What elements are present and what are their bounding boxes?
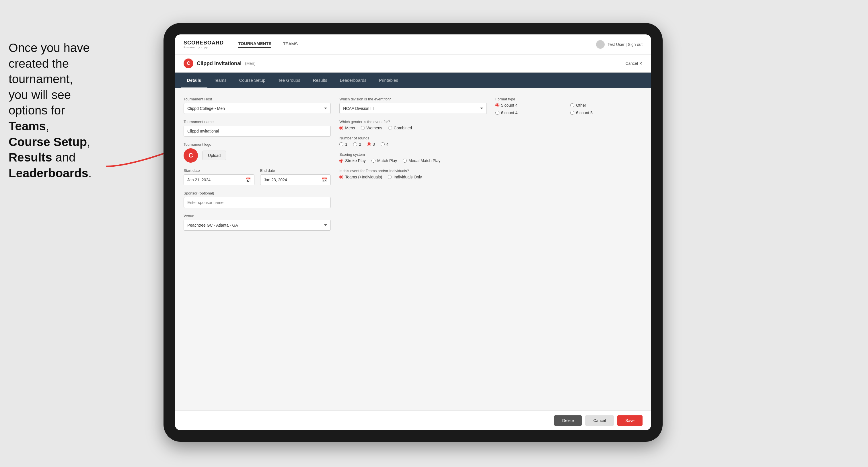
format-group: Format type 5 count 4 Other <box>495 97 643 115</box>
tab-course-setup[interactable]: Course Setup <box>232 72 272 88</box>
end-date-group: End date 📅 <box>260 168 331 185</box>
cancel-top-button[interactable]: Cancel ✕ <box>625 61 643 66</box>
rounds-2[interactable]: 2 <box>353 142 361 147</box>
gender-mens[interactable]: Mens <box>339 126 355 130</box>
scoring-label: Scoring system <box>339 152 487 157</box>
logo-subtitle: Powered by clippd <box>184 46 224 49</box>
format-options-grid: 5 count 4 Other 6 count 4 <box>495 103 643 115</box>
individuals-only[interactable]: Individuals Only <box>388 175 422 179</box>
format-other[interactable]: Other <box>570 103 643 107</box>
sponsor-input[interactable] <box>184 197 331 208</box>
tab-leaderboards[interactable]: Leaderboards <box>334 72 373 88</box>
tournament-logo-group: Tournament logo C Upload <box>184 142 331 163</box>
tab-teams[interactable]: Teams <box>207 72 232 88</box>
logo-title: SCOREBOARD <box>184 40 224 46</box>
start-date-input[interactable] <box>184 175 254 185</box>
tablet-device: SCOREBOARD Powered by clippd TOURNAMENTS… <box>163 23 662 442</box>
top-nav-right: Test User | Sign out <box>596 40 643 49</box>
scoring-match-play[interactable]: Match Play <box>371 158 397 163</box>
tournament-icon: C <box>184 59 193 68</box>
gender-combined[interactable]: Combined <box>388 126 412 130</box>
gender-label: Which gender is the event for? <box>339 120 487 124</box>
tablet-screen: SCOREBOARD Powered by clippd TOURNAMENTS… <box>175 34 651 430</box>
tab-bar: Details Teams Course Setup Tee Groups Re… <box>175 72 651 88</box>
format-6count5[interactable]: 6 count 5 <box>570 111 643 115</box>
tournament-type: (Men) <box>245 61 255 66</box>
middle-column: Which division is the event for? NCAA Di… <box>339 97 487 179</box>
start-date-label: Start date <box>184 168 254 173</box>
scoring-stroke-play[interactable]: Stroke Play <box>339 158 366 163</box>
sponsor-label: Sponsor (optional) <box>184 191 331 195</box>
tournament-name: Clippd Invitational <box>197 61 242 67</box>
save-button[interactable]: Save <box>617 415 643 426</box>
top-nav: SCOREBOARD Powered by clippd TOURNAMENTS… <box>175 34 651 55</box>
start-date-wrap: 📅 <box>184 175 254 185</box>
tournament-header: C Clippd Invitational (Men) Cancel ✕ <box>175 55 651 72</box>
right-column: Format type 5 count 4 Other <box>495 97 643 115</box>
rounds-4[interactable]: 4 <box>381 142 389 147</box>
start-date-group: Start date 📅 <box>184 168 254 185</box>
tournament-name-group: Tournament name <box>184 120 331 136</box>
user-info[interactable]: Test User | Sign out <box>608 42 643 47</box>
format-6count4[interactable]: 6 count 4 <box>495 111 568 115</box>
tournament-host-select[interactable]: Clippd College - Men <box>184 103 331 114</box>
tab-printables[interactable]: Printables <box>373 72 404 88</box>
teams-options: Teams (+Individuals) Individuals Only <box>339 175 487 179</box>
rounds-label: Number of rounds <box>339 136 487 140</box>
tournament-host-label: Tournament Host <box>184 97 331 101</box>
format-5count4[interactable]: 5 count 4 <box>495 103 568 107</box>
sponsor-group: Sponsor (optional) <box>184 191 331 208</box>
teams-individuals-group: Is this event for Teams and/or Individua… <box>339 169 487 179</box>
nav-link-teams[interactable]: TEAMS <box>283 41 298 48</box>
logo-area: SCOREBOARD Powered by clippd <box>184 40 224 49</box>
gender-group: Which gender is the event for? Mens Wome… <box>339 120 487 130</box>
upload-button[interactable]: Upload <box>203 151 226 160</box>
teams-plus-individuals[interactable]: Teams (+Individuals) <box>339 175 382 179</box>
tab-details[interactable]: Details <box>181 72 207 88</box>
left-column: Tournament Host Clippd College - Men Tou… <box>184 97 331 230</box>
end-date-wrap: 📅 <box>260 175 331 185</box>
gender-womens[interactable]: Womens <box>361 126 382 130</box>
tournament-name-label: Tournament name <box>184 120 331 124</box>
teams-individuals-label: Is this event for Teams and/or Individua… <box>339 169 487 173</box>
scoring-medal-match[interactable]: Medal Match Play <box>403 158 440 163</box>
bottom-bar: Delete Cancel Save <box>175 410 651 430</box>
gender-options: Mens Womens Combined <box>339 126 487 130</box>
rounds-3[interactable]: 3 <box>367 142 375 147</box>
rounds-1[interactable]: 1 <box>339 142 347 147</box>
division-group: Which division is the event for? NCAA Di… <box>339 97 487 114</box>
nav-links: TOURNAMENTS TEAMS <box>238 41 596 48</box>
scoring-group: Scoring system Stroke Play Match Play <box>339 152 487 163</box>
tournament-name-input[interactable] <box>184 126 331 136</box>
logo-upload-area: C Upload <box>184 148 331 163</box>
rounds-group: Number of rounds 1 2 <box>339 136 487 147</box>
tab-results[interactable]: Results <box>307 72 334 88</box>
rounds-options: 1 2 3 4 <box>339 142 487 147</box>
venue-label: Venue <box>184 214 331 218</box>
format-label: Format type <box>495 97 643 101</box>
venue-select[interactable]: Peachtree GC - Atlanta - GA <box>184 220 331 230</box>
tournament-logo-label: Tournament logo <box>184 142 331 147</box>
form-grid: Tournament Host Clippd College - Men Tou… <box>184 97 643 230</box>
division-select[interactable]: NCAA Division III <box>339 103 487 114</box>
end-date-input[interactable] <box>260 175 331 185</box>
nav-link-tournaments[interactable]: TOURNAMENTS <box>238 41 271 48</box>
end-date-label: End date <box>260 168 331 173</box>
tournament-host-group: Tournament Host Clippd College - Men <box>184 97 331 114</box>
venue-group: Venue Peachtree GC - Atlanta - GA <box>184 214 331 230</box>
main-content: Tournament Host Clippd College - Men Tou… <box>175 88 651 410</box>
cancel-button[interactable]: Cancel <box>585 415 614 426</box>
tournament-title-row: C Clippd Invitational (Men) <box>184 59 255 68</box>
scoring-options: Stroke Play Match Play Medal Match Play <box>339 158 487 163</box>
logo-preview: C <box>184 148 198 163</box>
tab-tee-groups[interactable]: Tee Groups <box>272 72 307 88</box>
division-label: Which division is the event for? <box>339 97 487 101</box>
delete-button[interactable]: Delete <box>554 415 582 426</box>
avatar <box>596 40 605 49</box>
